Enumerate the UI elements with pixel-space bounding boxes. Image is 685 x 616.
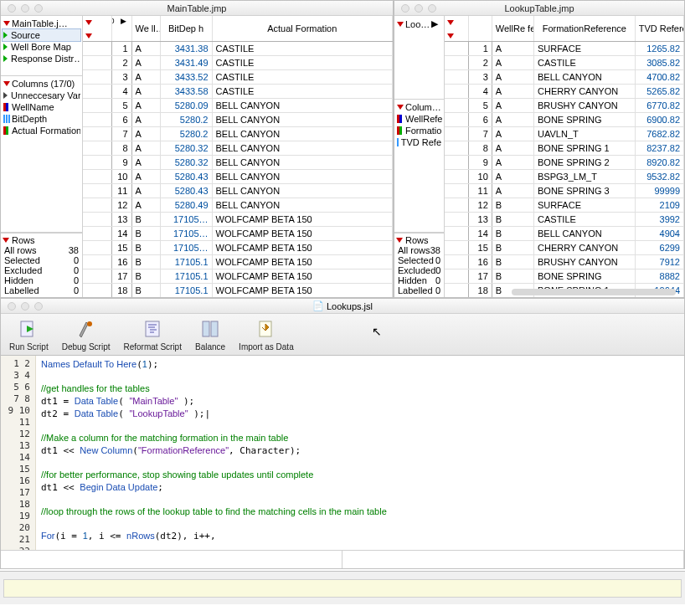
window-controls[interactable] [1, 299, 49, 314]
zoom-icon[interactable] [34, 4, 43, 13]
corner-cell[interactable] [83, 16, 111, 41]
rows-labelled[interactable]: Labelled0 [3, 285, 80, 295]
close-icon[interactable] [8, 4, 16, 13]
col-wellref[interactable]: WellRefer [396, 113, 442, 125]
debug-icon [75, 317, 98, 341]
table-row[interactable]: 2A3431.49CASTILE [83, 55, 393, 69]
table-row[interactable]: 8ABONE SPRING 18237.82 [445, 141, 684, 155]
table-row[interactable]: 9ABONE SPRING 28920.82 [445, 155, 684, 169]
lookup-titlebar[interactable]: LookupTable.jmp [394, 1, 684, 16]
debug-script-button[interactable]: Debug Script [59, 316, 114, 353]
table-row[interactable]: 3ABELL CANYON4700.82 [445, 69, 684, 84]
table-row[interactable]: 11A5280.43BELL CANYON [83, 183, 393, 198]
hdr-bitdepth[interactable]: BitDep h [160, 16, 212, 41]
rows-excluded[interactable]: Excluded0 [396, 265, 442, 275]
minimize-icon[interactable] [21, 4, 29, 13]
main-table[interactable]: 3/0▶ We ll… BitDep h Actual Formation 1A… [83, 16, 393, 297]
table-row[interactable]: 3A3433.52CASTILE [83, 69, 393, 84]
rows-header[interactable]: Rows [396, 235, 442, 245]
table-row[interactable]: 1A3431.38CASTILE [83, 41, 393, 55]
run-script-button[interactable]: Run Script [6, 316, 52, 353]
window-title: LookupTable.jmp [504, 3, 574, 13]
script-wellbore[interactable]: Well Bore Map [3, 41, 80, 53]
rows-hidden[interactable]: Hidden0 [3, 275, 80, 285]
hdr-tvdref[interactable]: TVD Refere… [635, 16, 683, 41]
script-titlebar[interactable]: 📄Lookups.jsl [1, 299, 684, 314]
col-wellname[interactable]: WellName [3, 101, 80, 113]
table-row[interactable]: 1ASURFACE1265.82 [445, 41, 684, 55]
minimize-icon[interactable] [415, 4, 423, 13]
table-row[interactable]: 4ACHERRY CANYON5265.82 [445, 84, 684, 98]
table-row[interactable]: 11ABONE SPRING 399999 [445, 183, 684, 198]
table-row[interactable]: 5A5280.09BELL CANYON [83, 98, 393, 112]
table-row[interactable]: 14B17105…WOLFCAMP BETA 150 [83, 226, 393, 240]
hdr-formationref[interactable]: FormationReference [534, 16, 636, 41]
window-controls[interactable] [1, 1, 49, 16]
script-editor[interactable]: 1 2 3 4 5 6 7 8 9 10 11 12 13 14 15 16 1… [1, 356, 684, 550]
script-source[interactable]: Source [3, 29, 80, 41]
table-row[interactable]: 7AUAVLN_T7682.82 [445, 126, 684, 141]
table-row[interactable]: 4A3433.58CASTILE [83, 84, 393, 98]
table-row[interactable]: 7A5280.2BELL CANYON [83, 126, 393, 141]
table-row[interactable]: 17B17105.1WOLFCAMP BETA 150 [83, 269, 393, 283]
col-actualformation[interactable]: Actual Formation [3, 125, 80, 136]
table-row[interactable]: 14BBELL CANYON4904 [445, 226, 684, 240]
lookup-table[interactable]: WellRe feren… FormationReference TVD Ref… [445, 16, 684, 297]
col-selector[interactable]: 3/0▶ [111, 16, 131, 41]
zoom-icon[interactable] [34, 302, 43, 311]
table-row[interactable]: 18B17105.1WOLFCAMP BETA 150 [83, 283, 393, 297]
col-unnecessary[interactable]: Unneccesary Var [3, 90, 80, 101]
rows-all[interactable]: All rows38 [396, 245, 442, 255]
import-as-data-button[interactable]: Import as Data [235, 316, 297, 353]
table-row[interactable]: 15B17105…WOLFCAMP BETA 150 [83, 240, 393, 254]
table-row[interactable]: 12A5280.49BELL CANYON [83, 198, 393, 212]
rows-header[interactable]: Rows [3, 235, 80, 245]
table-row[interactable]: 9A5280.32BELL CANYON [83, 155, 393, 169]
balance-button[interactable]: Balance [192, 316, 229, 353]
zoom-icon[interactable] [428, 4, 436, 13]
hdr-well[interactable]: We ll… [131, 16, 160, 41]
window-controls[interactable] [394, 1, 443, 16]
rows-labelled[interactable]: Labelled0 [396, 285, 442, 295]
close-icon[interactable] [401, 4, 409, 13]
table-row[interactable]: 16B17105.1WOLFCAMP BETA 150 [83, 254, 393, 269]
main-titlebar[interactable]: MainTable.jmp [1, 1, 393, 16]
columns-header[interactable]: Colum… [396, 101, 442, 113]
table-row[interactable]: 15BCHERRY CANYON6299 [445, 240, 684, 254]
table-row[interactable]: 10ABSPG3_LM_T9532.82 [445, 169, 684, 183]
columns-header[interactable]: Columns (17/0) [3, 78, 80, 90]
table-name-row[interactable]: Loo…▶ [396, 18, 442, 30]
rows-excluded[interactable]: Excluded0 [3, 265, 80, 275]
col-bitdepth[interactable]: BitDepth [3, 113, 80, 125]
table-row[interactable]: 2ACASTILE3085.82 [445, 55, 684, 69]
rows-selected[interactable]: Selected0 [3, 255, 80, 265]
table-row[interactable]: 12BSURFACE2109 [445, 198, 684, 212]
table-name-row[interactable]: MainTable.j… [3, 18, 80, 29]
hdr-actualformation[interactable]: Actual Formation [212, 16, 393, 41]
table-row[interactable]: 5ABRUSHY CANYON6770.82 [445, 98, 684, 112]
reformat-script-button[interactable]: Reformat Script [121, 316, 185, 353]
rows-selected[interactable]: Selected0 [396, 255, 442, 265]
table-row[interactable]: 6ABONE SPRING6900.82 [445, 112, 684, 126]
code-area[interactable]: Names Default To Here(1); //get handles … [36, 356, 684, 550]
script-response[interactable]: Response Distr… [3, 53, 80, 64]
table-row[interactable]: 10A5280.43BELL CANYON [83, 169, 393, 183]
minimize-icon[interactable] [21, 302, 29, 311]
table-row[interactable]: 17BBONE SPRING8882 [445, 269, 684, 283]
table-row[interactable]: 13B17105…WOLFCAMP BETA 150 [83, 212, 393, 226]
col-selector[interactable] [468, 16, 492, 41]
table-row[interactable]: 16BBRUSHY CANYON7912 [445, 254, 684, 269]
col-formation[interactable]: Formatio [396, 125, 442, 136]
rows-all[interactable]: All rows38 [3, 245, 80, 255]
footer-segment [1, 551, 342, 568]
rows-hidden[interactable]: Hidden0 [396, 275, 442, 285]
table-row[interactable]: 13BCASTILE3992 [445, 212, 684, 226]
col-tvdref[interactable]: TVD Refe [396, 136, 442, 148]
table-row[interactable]: 8A5280.32BELL CANYON [83, 141, 393, 155]
horizontal-scrollbar[interactable] [512, 289, 676, 295]
table-row[interactable]: 6A5280.2BELL CANYON [83, 112, 393, 126]
hdr-wellref[interactable]: WellRe feren… [492, 16, 533, 41]
log-area[interactable] [3, 579, 682, 598]
corner-cell[interactable] [445, 16, 468, 41]
close-icon[interactable] [8, 302, 16, 311]
